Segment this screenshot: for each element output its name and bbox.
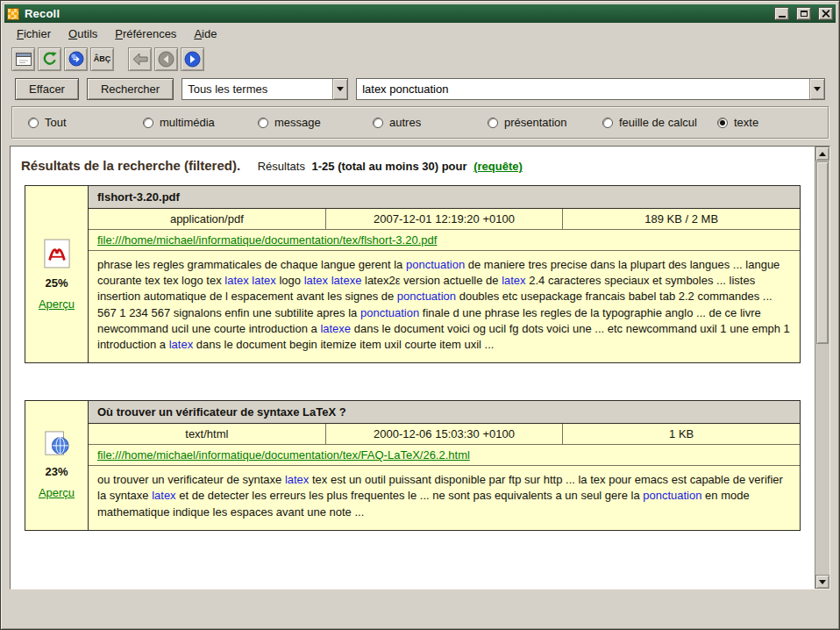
term-explorer-button[interactable]: ÂBÇ — [90, 47, 114, 71]
filter-label: texte — [734, 116, 758, 129]
menu-outils[interactable]: Outils — [61, 25, 104, 43]
result-url-link[interactable]: file:///home/michael/informatique/docume… — [97, 233, 437, 247]
results-heading: Résultats de la recherche (filtered). — [21, 158, 240, 173]
status-bar — [4, 590, 836, 626]
filter-presentation[interactable]: présentation — [488, 116, 602, 129]
result-title: Où trouver un vérificateur de syntaxe La… — [89, 401, 800, 424]
scrollbar-track[interactable] — [815, 161, 829, 575]
close-icon — [822, 10, 829, 18]
scrollbar-thumb[interactable] — [816, 161, 829, 344]
filter-message[interactable]: message — [258, 116, 373, 129]
search-mode-combobox[interactable]: Tous les termes — [182, 78, 348, 100]
result-entry-sidebar: 23% Aperçu — [25, 401, 89, 530]
result-title: flshort-3.20.pdf — [89, 186, 800, 209]
prev-page-button[interactable] — [128, 47, 152, 71]
filter-label: autres — [389, 116, 421, 129]
maximize-button[interactable] — [796, 7, 811, 20]
minimize-button[interactable] — [774, 7, 789, 20]
search-query-input[interactable] — [357, 79, 809, 99]
result-meta-row: application/pdf 2007-12-01 12:19:20 +010… — [89, 209, 800, 230]
radio-icon[interactable] — [488, 118, 498, 128]
radio-icon[interactable] — [717, 118, 728, 128]
radio-icon[interactable] — [28, 118, 39, 128]
search-query-dropdown-button[interactable] — [809, 79, 824, 99]
next-page-button[interactable] — [181, 47, 204, 71]
category-filter-row: Tout multimédia message autres présentat… — [11, 106, 829, 139]
history-back-button[interactable] — [154, 47, 178, 71]
history-back-icon — [158, 51, 174, 68]
reset-button[interactable] — [11, 47, 35, 71]
radio-icon[interactable] — [373, 118, 383, 128]
chevron-down-icon — [814, 87, 821, 91]
close-button[interactable] — [818, 7, 833, 20]
chevron-down-icon — [337, 87, 344, 91]
result-url-row: file:///home/michael/informatique/docume… — [89, 230, 800, 251]
prev-page-icon — [132, 52, 149, 67]
filter-tout[interactable]: Tout — [28, 116, 143, 129]
result-meta-row: text/html 2000-12-06 15:03:30 +0100 1 KB — [89, 424, 800, 445]
results-range: 1-25 (total au moins 30) pour — [312, 160, 467, 173]
update-index-button[interactable] — [38, 47, 61, 71]
results-scrollbar[interactable] — [815, 147, 829, 589]
filter-label: multimédia — [160, 116, 215, 129]
results-summary: Résultats 1-25 (total au moins 30) pour … — [258, 160, 523, 173]
filter-feuille-de-calcul[interactable]: feuille de calcul — [602, 116, 717, 129]
run-query-button[interactable] — [64, 47, 88, 71]
result-entry-sidebar: 25% Aperçu — [25, 186, 89, 362]
arrow-up-icon — [819, 152, 826, 156]
preview-link[interactable]: Aperçu — [39, 297, 75, 311]
clear-button[interactable]: Effacer — [15, 78, 79, 100]
filter-multimedia[interactable]: multimédia — [143, 116, 258, 129]
filter-texte[interactable]: texte — [717, 116, 758, 129]
filter-autres[interactable]: autres — [373, 116, 488, 129]
preview-link[interactable]: Aperçu — [39, 486, 75, 499]
search-row: Effacer Rechercher Tous les termes — [4, 74, 836, 104]
result-abstract: ou trouver un verificateur de syntaxe la… — [89, 466, 800, 530]
search-mode-dropdown-button[interactable] — [332, 79, 347, 99]
radio-icon[interactable] — [602, 118, 613, 128]
search-button[interactable]: Rechercher — [87, 78, 174, 100]
result-mime: text/html — [89, 424, 326, 444]
recoll-app-icon — [7, 8, 19, 20]
run-query-icon — [68, 51, 84, 67]
result-mime: application/pdf — [89, 209, 326, 229]
scroll-down-button[interactable] — [815, 575, 829, 589]
search-query-combobox[interactable] — [356, 78, 825, 100]
maximize-icon — [801, 11, 808, 17]
relevance-percent: 23% — [45, 465, 68, 478]
result-date: 2000-12-06 15:03:30 +0100 — [326, 424, 564, 444]
search-mode-value: Tous les termes — [182, 79, 332, 99]
result-url-row: file:///home/michael/informatique/docume… — [89, 445, 800, 466]
toolbar: ÂBÇ — [4, 44, 836, 74]
menu-aide[interactable]: Aide — [187, 25, 224, 43]
results-list: Résultats de la recherche (filtered). Ré… — [11, 147, 815, 589]
titlebar[interactable]: Recoll — [4, 4, 836, 23]
result-url-link[interactable]: file:///home/michael/informatique/docume… — [97, 448, 470, 462]
results-area: Résultats de la recherche (filtered). Ré… — [10, 146, 830, 590]
scroll-up-button[interactable] — [815, 147, 829, 161]
filter-label: Tout — [45, 116, 67, 129]
filter-label: présentation — [504, 116, 567, 129]
toolbar-group-actions: ÂBÇ — [11, 47, 114, 71]
menu-preferences[interactable]: Préférences — [108, 25, 183, 43]
term-explorer-icon: ÂBÇ — [94, 54, 111, 63]
radio-icon[interactable] — [143, 118, 153, 128]
result-abstract: phrase les regles grammaticales de chaqu… — [89, 251, 800, 362]
results-summary-label: Résultats — [258, 160, 305, 173]
recoll-window: Recoll Fichier Outils Préférences Aide Â… — [0, 0, 840, 630]
results-header: Résultats de la recherche (filtered). Ré… — [21, 158, 808, 173]
result-entry: 25% Aperçu flshort-3.20.pdf application/… — [25, 185, 801, 363]
menubar: Fichier Outils Préférences Aide — [4, 23, 836, 44]
window-title: Recoll — [25, 7, 767, 20]
filter-label: feuille de calcul — [619, 116, 697, 129]
arrow-down-icon — [819, 580, 826, 584]
result-entry: 23% Aperçu Où trouver un vérificateur de… — [25, 400, 801, 531]
menu-fichier[interactable]: Fichier — [10, 25, 58, 43]
result-date: 2007-12-01 12:19:20 +0100 — [326, 209, 564, 229]
radio-icon[interactable] — [258, 118, 268, 128]
query-link[interactable]: (requête) — [473, 160, 523, 173]
reset-icon — [16, 53, 32, 66]
relevance-percent: 25% — [45, 276, 68, 290]
filter-label: message — [274, 116, 321, 129]
html-icon — [44, 431, 70, 457]
